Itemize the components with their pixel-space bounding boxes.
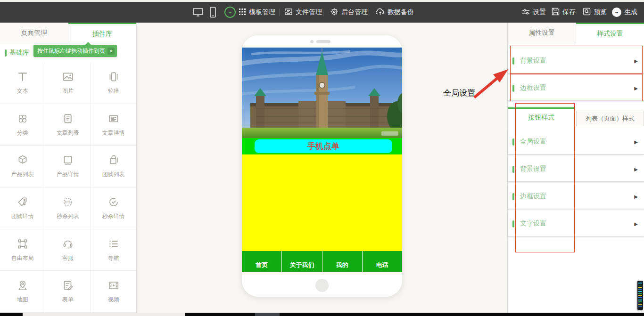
horizontal-scrollbar[interactable] bbox=[0, 313, 644, 316]
save-icon bbox=[552, 8, 560, 17]
row-label: 背景设置 bbox=[520, 57, 634, 65]
sliders-icon bbox=[522, 8, 530, 17]
green-bar bbox=[5, 49, 7, 57]
menu-label: 文件管理 bbox=[296, 8, 322, 16]
plugin-article-list[interactable]: 文章列表 bbox=[45, 104, 91, 146]
row-background-settings[interactable]: 背景设置 ▶ bbox=[508, 49, 644, 73]
plugin-groupbuy-list[interactable]: 团购列表 bbox=[91, 146, 136, 187]
action-preview[interactable]: 预览 bbox=[583, 2, 607, 23]
nav-label: 首页 bbox=[256, 261, 268, 269]
nav-item-about[interactable]: 关于我们 bbox=[281, 251, 322, 272]
plugin-article-detail[interactable]: 文章详情 bbox=[91, 104, 136, 146]
link-mode-button[interactable]: ⌁ bbox=[224, 2, 236, 23]
category-icon bbox=[17, 113, 29, 125]
settings-panel: 属性设置 样式设置 背景设置 ▶ 边框设置 ▶ 按钮样式 列表（页面）样式 全局… bbox=[507, 23, 644, 313]
tab-plugin-library[interactable]: 插件库 bbox=[68, 23, 136, 43]
plugin-video[interactable]: 视频 bbox=[91, 271, 136, 313]
tab-page-manage[interactable]: 页面管理 bbox=[0, 23, 68, 43]
plugin-label: 轮播 bbox=[108, 87, 119, 95]
row-label: 文字设置 bbox=[520, 219, 634, 228]
svg-text:秒杀: 秒杀 bbox=[65, 200, 71, 204]
tab-style-settings[interactable]: 样式设置 bbox=[576, 23, 644, 43]
cloud-upload-icon bbox=[376, 8, 385, 17]
groupbuy-list-icon bbox=[107, 154, 120, 166]
nav-item-home[interactable]: 首页 bbox=[242, 251, 281, 272]
row-label: 全局设置 bbox=[520, 138, 634, 146]
yellow-content-block[interactable] bbox=[242, 154, 402, 251]
action-save[interactable]: 保存 bbox=[552, 2, 576, 23]
chevron-right-icon: ▶ bbox=[634, 194, 638, 199]
menu-data-backup[interactable]: 数据备份 bbox=[376, 2, 414, 23]
plugin-product-list[interactable]: 产品列表 bbox=[0, 146, 45, 187]
plugin-label: 客服 bbox=[62, 254, 74, 262]
menu-backend-manage[interactable]: 后台管理 bbox=[330, 2, 368, 23]
plugin-label: 秒杀列表 bbox=[57, 212, 79, 220]
plugin-text[interactable]: 文本 bbox=[0, 62, 45, 104]
action-settings[interactable]: 设置 bbox=[522, 2, 546, 23]
preview-icon bbox=[583, 8, 591, 17]
row-button-background-settings[interactable]: 背景设置 ▶ bbox=[508, 157, 644, 181]
plugin-label: 产品详情 bbox=[57, 170, 79, 178]
plugin-seckill-detail[interactable]: 秒杀详情 bbox=[91, 187, 136, 229]
menu-file-manage[interactable]: 文件管理 bbox=[284, 2, 322, 23]
plugin-carousel[interactable]: 轮播 bbox=[91, 62, 136, 104]
tab-label: 列表（页面）样式 bbox=[586, 114, 635, 123]
design-canvas[interactable]: 手机点单 首页 关于我们 我的 电话 bbox=[137, 23, 507, 313]
plugin-groupbuy-detail[interactable]: 团购详情 bbox=[0, 187, 45, 229]
action-label: 设置 bbox=[533, 8, 546, 16]
color-palette-widget[interactable] bbox=[637, 281, 643, 310]
video-icon bbox=[107, 279, 120, 292]
plugin-label: 团购详情 bbox=[11, 212, 34, 220]
header-photo[interactable] bbox=[242, 48, 402, 138]
plugin-free-layout[interactable]: 自由布局 bbox=[0, 229, 45, 271]
plugin-map[interactable]: 地图 bbox=[0, 271, 45, 313]
row-border-settings[interactable]: 边框设置 ▶ bbox=[508, 76, 644, 100]
chevron-right-icon: ▶ bbox=[634, 58, 638, 64]
green-bar bbox=[512, 193, 514, 200]
action-generate[interactable]: ⌁ 生成 bbox=[612, 2, 637, 23]
menu-template-manage[interactable]: 模板管理 bbox=[239, 2, 275, 23]
scrollbar-segment bbox=[255, 313, 280, 316]
nav-item-phone[interactable]: 电话 bbox=[362, 251, 402, 272]
home-button[interactable] bbox=[315, 279, 329, 292]
tooltip-text: 按住鼠标左键拖动插件到页 bbox=[37, 47, 105, 55]
desktop-view-button[interactable] bbox=[192, 2, 204, 23]
plugin-nav[interactable]: 导航 bbox=[91, 229, 136, 271]
mobile-view-button[interactable] bbox=[209, 2, 216, 23]
seckill-detail-icon bbox=[107, 196, 120, 208]
free-layout-icon bbox=[17, 238, 29, 250]
chevron-right-icon: ▶ bbox=[634, 139, 638, 145]
close-icon[interactable]: × bbox=[107, 48, 115, 55]
plugin-category[interactable]: 分类 bbox=[0, 104, 45, 146]
plugin-product-detail[interactable]: 产品详情 bbox=[45, 146, 91, 187]
nav-label: 关于我们 bbox=[289, 261, 314, 269]
tab-attribute-settings[interactable]: 属性设置 bbox=[508, 23, 576, 43]
plugin-label: 图片 bbox=[62, 87, 74, 95]
plugin-image[interactable]: 图片 bbox=[45, 62, 91, 104]
phone-bottom-nav: 首页 关于我们 我的 电话 bbox=[242, 251, 402, 272]
action-label: 预览 bbox=[594, 8, 607, 16]
plugin-label: 产品列表 bbox=[11, 170, 34, 178]
scrollbar-thumb[interactable] bbox=[23, 313, 185, 316]
nav-label: 电话 bbox=[376, 261, 388, 269]
row-button-border-settings[interactable]: 边框设置 ▶ bbox=[508, 184, 644, 209]
row-global-settings[interactable]: 全局设置 ▶ bbox=[508, 130, 644, 154]
plugin-label: 文章列表 bbox=[57, 129, 79, 137]
plugin-form[interactable]: 表单 bbox=[45, 271, 91, 313]
order-button[interactable]: 手机点单 bbox=[255, 139, 392, 153]
plugin-label: 文本 bbox=[17, 87, 28, 95]
annotation-arrow bbox=[471, 68, 510, 100]
smartphone-icon bbox=[209, 7, 216, 18]
file-icon bbox=[284, 8, 293, 17]
tab-list-page-style[interactable]: 列表（页面）样式 bbox=[576, 111, 644, 126]
gear-icon bbox=[330, 8, 339, 17]
plugin-seckill-list[interactable]: 秒杀 秒杀列表 bbox=[45, 187, 91, 229]
nav-item-mine[interactable]: 我的 bbox=[322, 251, 362, 272]
row-text-settings[interactable]: 文字设置 ▶ bbox=[508, 211, 644, 236]
plugin-service[interactable]: 客服 bbox=[45, 229, 91, 271]
green-bar bbox=[512, 220, 514, 227]
plugin-sidebar: 页面管理 插件库 基础库 按住鼠标左键拖动插件到页 × 文本 图片 轮播 bbox=[0, 23, 137, 313]
color-stripes bbox=[638, 283, 642, 308]
tab-button-style[interactable]: 按钮样式 bbox=[508, 107, 575, 126]
article-detail-icon bbox=[107, 113, 120, 125]
